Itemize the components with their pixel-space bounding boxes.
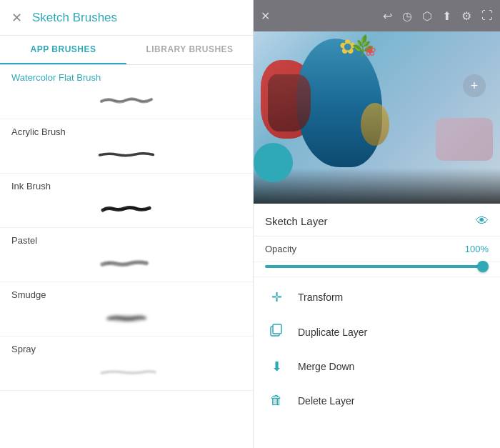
canvas-area: ✕ ↩ ◷ ⬡ ⬆ ⚙ ⛶ ✿ 🌿 ❀ + bbox=[254, 0, 500, 204]
brush-name-acrylic: Acrylic Brush bbox=[11, 126, 241, 137]
artwork-circle bbox=[254, 143, 293, 182]
merge-label: Merge Down bbox=[298, 361, 354, 372]
upload-icon[interactable]: ⬆ bbox=[442, 9, 451, 23]
artwork: ✿ 🌿 ❀ + bbox=[254, 31, 500, 204]
canvas-toolbar-right: ↩ ◷ ⬡ ⬆ ⚙ ⛶ bbox=[383, 9, 493, 23]
opacity-slider-row bbox=[254, 262, 500, 277]
brush-item-watercolor[interactable]: Watercolor Flat Brush bbox=[0, 65, 253, 119]
visibility-icon[interactable]: 👁 bbox=[476, 214, 489, 229]
brush-preview-ink bbox=[11, 196, 241, 221]
action-merge[interactable]: ⬇ Merge Down bbox=[254, 349, 500, 384]
artwork-shadow bbox=[254, 168, 500, 204]
delete-icon: 🗑 bbox=[268, 393, 285, 408]
brush-name-watercolor: Watercolor Flat Brush bbox=[11, 72, 241, 83]
add-button[interactable]: + bbox=[463, 74, 486, 97]
opacity-value: 100% bbox=[465, 244, 489, 254]
svg-point-0 bbox=[108, 263, 109, 264]
brush-name-smudge: Smudge bbox=[11, 289, 241, 300]
opacity-slider-thumb[interactable] bbox=[477, 261, 489, 272]
svg-rect-3 bbox=[273, 324, 281, 334]
duplicate-icon bbox=[268, 324, 285, 340]
brush-item-pastel[interactable]: Pastel bbox=[0, 228, 253, 282]
layer-header: Sketch Layer 👁 bbox=[254, 204, 500, 237]
panel-title: Sketch Brushes bbox=[32, 11, 117, 25]
layer-name: Sketch Layer bbox=[265, 215, 476, 227]
brush-item-smudge[interactable]: Smudge bbox=[0, 282, 253, 337]
brush-preview-acrylic bbox=[11, 141, 241, 167]
opacity-label: Opacity bbox=[265, 244, 459, 254]
layer-actions: ✛ Transform Duplicate Layer ⬇ Merge Down… bbox=[254, 277, 500, 448]
panel-header: ✕ Sketch Brushes bbox=[0, 0, 253, 36]
right-panel: ✕ ↩ ◷ ⬡ ⬆ ⚙ ⛶ ✿ 🌿 ❀ + bbox=[254, 0, 500, 448]
merge-icon: ⬇ bbox=[268, 359, 285, 374]
opacity-row: Opacity 100% bbox=[254, 237, 500, 262]
brush-item-acrylic[interactable]: Acrylic Brush bbox=[0, 119, 253, 174]
transform-icon: ✛ bbox=[268, 289, 285, 305]
artwork-detail bbox=[268, 74, 311, 131]
artwork-flower-red: ❀ bbox=[364, 42, 376, 59]
canvas-toolbar: ✕ ↩ ◷ ⬡ ⬆ ⚙ ⛶ bbox=[254, 0, 500, 31]
brush-preview-watercolor bbox=[11, 87, 241, 113]
transform-label: Transform bbox=[298, 292, 343, 303]
undo-icon[interactable]: ↩ bbox=[383, 9, 392, 23]
brush-item-ink[interactable]: Ink Brush bbox=[0, 174, 253, 228]
opacity-slider-track[interactable] bbox=[265, 265, 489, 268]
close-canvas-icon[interactable]: ✕ bbox=[261, 9, 270, 23]
artwork-gear bbox=[361, 103, 389, 146]
opacity-slider-fill bbox=[265, 265, 484, 268]
close-icon[interactable]: ✕ bbox=[11, 10, 22, 26]
layer-panel: Sketch Layer 👁 Opacity 100% ✛ Transform bbox=[254, 204, 500, 448]
layers-icon[interactable]: ⬡ bbox=[422, 9, 432, 23]
brush-name-pastel: Pastel bbox=[11, 235, 241, 246]
delete-label: Delete Layer bbox=[298, 395, 354, 407]
brush-preview-spray bbox=[11, 359, 241, 384]
artwork-patch bbox=[436, 118, 493, 161]
brush-list: Watercolor Flat Brush Acrylic Brush Ink … bbox=[0, 65, 253, 448]
brush-item-spray[interactable]: Spray bbox=[0, 337, 253, 391]
action-delete[interactable]: 🗑 Delete Layer bbox=[254, 384, 500, 417]
brush-name-ink: Ink Brush bbox=[11, 181, 241, 191]
history-icon[interactable]: ◷ bbox=[402, 9, 412, 23]
left-panel: ✕ Sketch Brushes APP BRUSHES LIBRARY BRU… bbox=[0, 0, 254, 448]
settings-icon[interactable]: ⚙ bbox=[461, 9, 471, 23]
brush-preview-pastel bbox=[11, 250, 241, 276]
tab-app-brushes[interactable]: APP BRUSHES bbox=[0, 36, 126, 64]
brush-name-spray: Spray bbox=[11, 344, 241, 354]
action-transform[interactable]: ✛ Transform bbox=[254, 280, 500, 314]
duplicate-label: Duplicate Layer bbox=[298, 327, 367, 338]
action-duplicate[interactable]: Duplicate Layer bbox=[254, 314, 500, 349]
tab-library-brushes[interactable]: LIBRARY BRUSHES bbox=[126, 36, 253, 64]
tab-bar: APP BRUSHES LIBRARY BRUSHES bbox=[0, 36, 253, 65]
expand-icon[interactable]: ⛶ bbox=[481, 9, 493, 23]
brush-preview-smudge bbox=[11, 304, 241, 330]
